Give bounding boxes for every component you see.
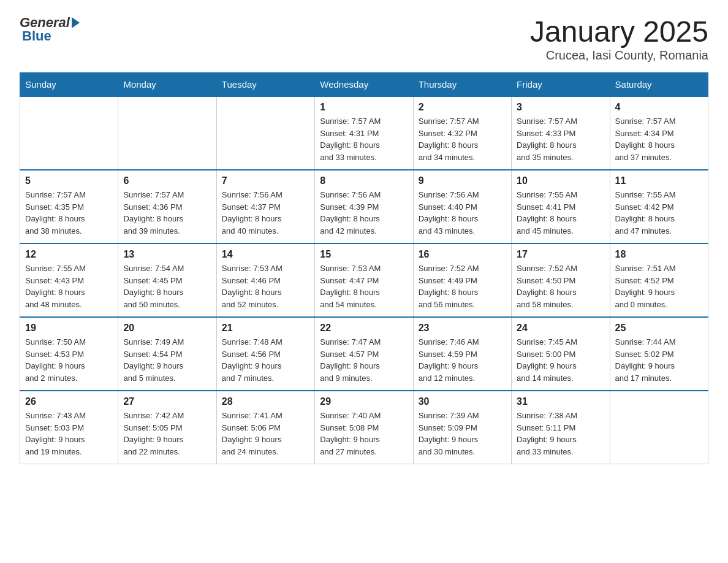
day-number: 27 xyxy=(123,396,211,407)
day-info: Sunrise: 7:55 AM Sunset: 4:42 PM Dayligh… xyxy=(615,189,703,237)
day-info: Sunrise: 7:52 AM Sunset: 4:50 PM Dayligh… xyxy=(517,262,604,310)
calendar-cell: 27Sunrise: 7:42 AM Sunset: 5:05 PM Dayli… xyxy=(118,391,216,464)
day-number: 1 xyxy=(320,102,408,113)
day-of-week-header: Thursday xyxy=(413,73,511,97)
calendar-title: January 2025 xyxy=(530,15,708,48)
day-number: 20 xyxy=(123,323,211,334)
calendar-cell: 5Sunrise: 7:57 AM Sunset: 4:35 PM Daylig… xyxy=(20,170,118,243)
day-number: 7 xyxy=(222,175,309,186)
logo-blue-text: Blue xyxy=(22,28,51,44)
calendar-table: SundayMondayTuesdayWednesdayThursdayFrid… xyxy=(20,72,708,464)
day-info: Sunrise: 7:41 AM Sunset: 5:06 PM Dayligh… xyxy=(222,410,309,458)
day-info: Sunrise: 7:55 AM Sunset: 4:43 PM Dayligh… xyxy=(25,262,113,310)
day-number: 19 xyxy=(25,323,113,334)
calendar-cell: 26Sunrise: 7:43 AM Sunset: 5:03 PM Dayli… xyxy=(20,391,118,464)
day-number: 31 xyxy=(517,396,604,407)
day-info: Sunrise: 7:55 AM Sunset: 4:41 PM Dayligh… xyxy=(517,189,604,237)
calendar-cell: 19Sunrise: 7:50 AM Sunset: 4:53 PM Dayli… xyxy=(20,317,118,391)
calendar-cell: 15Sunrise: 7:53 AM Sunset: 4:47 PM Dayli… xyxy=(315,243,413,317)
day-info: Sunrise: 7:47 AM Sunset: 4:57 PM Dayligh… xyxy=(320,336,408,384)
page-header: General Blue January 2025 Crucea, Iasi C… xyxy=(20,15,708,63)
day-info: Sunrise: 7:53 AM Sunset: 4:47 PM Dayligh… xyxy=(320,262,408,310)
day-info: Sunrise: 7:57 AM Sunset: 4:32 PM Dayligh… xyxy=(419,115,506,163)
calendar-week-row: 12Sunrise: 7:55 AM Sunset: 4:43 PM Dayli… xyxy=(20,243,708,317)
day-number: 28 xyxy=(222,396,309,407)
day-info: Sunrise: 7:51 AM Sunset: 4:52 PM Dayligh… xyxy=(615,262,703,310)
calendar-cell: 13Sunrise: 7:54 AM Sunset: 4:45 PM Dayli… xyxy=(118,243,216,317)
day-number: 5 xyxy=(25,175,113,186)
calendar-cell: 6Sunrise: 7:57 AM Sunset: 4:36 PM Daylig… xyxy=(118,170,216,243)
day-number: 9 xyxy=(419,175,506,186)
day-info: Sunrise: 7:38 AM Sunset: 5:11 PM Dayligh… xyxy=(517,410,604,458)
day-info: Sunrise: 7:49 AM Sunset: 4:54 PM Dayligh… xyxy=(123,336,211,384)
day-info: Sunrise: 7:56 AM Sunset: 4:37 PM Dayligh… xyxy=(222,189,309,237)
day-info: Sunrise: 7:56 AM Sunset: 4:40 PM Dayligh… xyxy=(419,189,506,237)
day-number: 15 xyxy=(320,249,408,260)
day-info: Sunrise: 7:45 AM Sunset: 5:00 PM Dayligh… xyxy=(517,336,604,384)
calendar-header-row: SundayMondayTuesdayWednesdayThursdayFrid… xyxy=(20,73,708,97)
calendar-cell: 21Sunrise: 7:48 AM Sunset: 4:56 PM Dayli… xyxy=(216,317,314,391)
day-number: 26 xyxy=(25,396,113,407)
calendar-cell: 16Sunrise: 7:52 AM Sunset: 4:49 PM Dayli… xyxy=(413,243,511,317)
day-number: 29 xyxy=(320,396,408,407)
day-info: Sunrise: 7:42 AM Sunset: 5:05 PM Dayligh… xyxy=(123,410,211,458)
day-number: 2 xyxy=(419,102,506,113)
day-number: 13 xyxy=(123,249,211,260)
calendar-cell: 7Sunrise: 7:56 AM Sunset: 4:37 PM Daylig… xyxy=(216,170,314,243)
day-info: Sunrise: 7:48 AM Sunset: 4:56 PM Dayligh… xyxy=(222,336,309,384)
day-of-week-header: Tuesday xyxy=(216,73,314,97)
calendar-cell: 22Sunrise: 7:47 AM Sunset: 4:57 PM Dayli… xyxy=(315,317,413,391)
day-number: 11 xyxy=(615,175,703,186)
day-number: 24 xyxy=(517,323,604,334)
day-number: 17 xyxy=(517,249,604,260)
calendar-cell: 12Sunrise: 7:55 AM Sunset: 4:43 PM Dayli… xyxy=(20,243,118,317)
day-number: 12 xyxy=(25,249,113,260)
calendar-subtitle: Crucea, Iasi County, Romania xyxy=(530,48,708,63)
calendar-cell: 11Sunrise: 7:55 AM Sunset: 4:42 PM Dayli… xyxy=(610,170,708,243)
calendar-cell xyxy=(216,96,314,170)
day-info: Sunrise: 7:56 AM Sunset: 4:39 PM Dayligh… xyxy=(320,189,408,237)
calendar-cell: 17Sunrise: 7:52 AM Sunset: 4:50 PM Dayli… xyxy=(512,243,610,317)
calendar-cell: 8Sunrise: 7:56 AM Sunset: 4:39 PM Daylig… xyxy=(315,170,413,243)
day-info: Sunrise: 7:43 AM Sunset: 5:03 PM Dayligh… xyxy=(25,410,113,458)
day-number: 8 xyxy=(320,175,408,186)
day-info: Sunrise: 7:57 AM Sunset: 4:31 PM Dayligh… xyxy=(320,115,408,163)
calendar-cell xyxy=(118,96,216,170)
calendar-cell xyxy=(610,391,708,464)
calendar-cell: 14Sunrise: 7:53 AM Sunset: 4:46 PM Dayli… xyxy=(216,243,314,317)
calendar-cell: 9Sunrise: 7:56 AM Sunset: 4:40 PM Daylig… xyxy=(413,170,511,243)
day-of-week-header: Monday xyxy=(118,73,216,97)
day-info: Sunrise: 7:44 AM Sunset: 5:02 PM Dayligh… xyxy=(615,336,703,384)
day-of-week-header: Friday xyxy=(512,73,610,97)
day-info: Sunrise: 7:46 AM Sunset: 4:59 PM Dayligh… xyxy=(419,336,506,384)
day-number: 3 xyxy=(517,102,604,113)
day-info: Sunrise: 7:52 AM Sunset: 4:49 PM Dayligh… xyxy=(419,262,506,310)
day-info: Sunrise: 7:57 AM Sunset: 4:33 PM Dayligh… xyxy=(517,115,604,163)
day-number: 25 xyxy=(615,323,703,334)
calendar-cell: 4Sunrise: 7:57 AM Sunset: 4:34 PM Daylig… xyxy=(610,96,708,170)
calendar-cell: 25Sunrise: 7:44 AM Sunset: 5:02 PM Dayli… xyxy=(610,317,708,391)
calendar-cell: 1Sunrise: 7:57 AM Sunset: 4:31 PM Daylig… xyxy=(315,96,413,170)
calendar-week-row: 5Sunrise: 7:57 AM Sunset: 4:35 PM Daylig… xyxy=(20,170,708,243)
calendar-cell: 3Sunrise: 7:57 AM Sunset: 4:33 PM Daylig… xyxy=(512,96,610,170)
day-info: Sunrise: 7:53 AM Sunset: 4:46 PM Dayligh… xyxy=(222,262,309,310)
calendar-cell: 24Sunrise: 7:45 AM Sunset: 5:00 PM Dayli… xyxy=(512,317,610,391)
day-number: 18 xyxy=(615,249,703,260)
calendar-cell: 20Sunrise: 7:49 AM Sunset: 4:54 PM Dayli… xyxy=(118,317,216,391)
day-number: 23 xyxy=(419,323,506,334)
calendar-cell: 10Sunrise: 7:55 AM Sunset: 4:41 PM Dayli… xyxy=(512,170,610,243)
day-info: Sunrise: 7:50 AM Sunset: 4:53 PM Dayligh… xyxy=(25,336,113,384)
day-info: Sunrise: 7:39 AM Sunset: 5:09 PM Dayligh… xyxy=(419,410,506,458)
calendar-cell: 28Sunrise: 7:41 AM Sunset: 5:06 PM Dayli… xyxy=(216,391,314,464)
calendar-cell: 18Sunrise: 7:51 AM Sunset: 4:52 PM Dayli… xyxy=(610,243,708,317)
logo-arrow-icon xyxy=(72,17,80,28)
day-info: Sunrise: 7:57 AM Sunset: 4:35 PM Dayligh… xyxy=(25,189,113,237)
logo: General Blue xyxy=(20,15,82,44)
day-info: Sunrise: 7:57 AM Sunset: 4:34 PM Dayligh… xyxy=(615,115,703,163)
calendar-week-row: 1Sunrise: 7:57 AM Sunset: 4:31 PM Daylig… xyxy=(20,96,708,170)
day-number: 4 xyxy=(615,102,703,113)
day-number: 6 xyxy=(123,175,211,186)
day-number: 10 xyxy=(517,175,604,186)
day-number: 21 xyxy=(222,323,309,334)
day-of-week-header: Saturday xyxy=(610,73,708,97)
